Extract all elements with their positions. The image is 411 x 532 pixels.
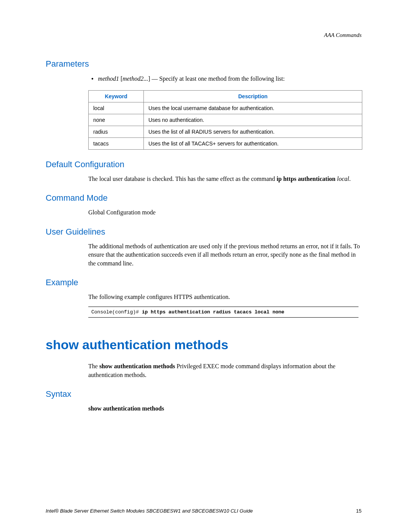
page-footer: Intel® Blade Server Ethernet Switch Modu… [46,508,362,514]
cell-description: Uses the list of all RADIUS servers for … [144,126,362,138]
heading-example: Example [46,278,362,288]
cell-keyword: radius [89,126,144,138]
heading-user-guidelines: User Guidelines [46,227,362,237]
bullet-rest: — Specify at least one method from the f… [151,75,285,82]
cell-description: Uses the list of all TACACS+ servers for… [144,138,362,150]
parameters-table: Keyword Description local Uses the local… [88,90,362,150]
cell-description: Uses the local username database for aut… [144,102,362,114]
page-container: AAA Commands Parameters • method1 [[meth… [0,0,411,532]
heading-show-auth-methods: show authentication methods [46,337,362,352]
bullet-dot-icon: • [91,75,94,82]
code-prompt: Console(config)# [91,309,142,315]
default-config-text: The local user database is checked. This… [88,175,362,183]
table-row: local Uses the local username database f… [89,102,362,114]
table-header-row: Keyword Description [89,91,362,102]
user-guidelines-text: The additional methods of authentication… [88,242,362,268]
method2-bracket: [[method2...]method2...] [121,75,152,82]
show-auth-description: The show authentication methods Privileg… [88,362,362,379]
heading-command-mode: Command Mode [46,193,362,203]
cell-description: Uses no authentication. [144,114,362,126]
heading-parameters: Parameters [46,59,362,69]
cell-keyword: local [89,102,144,114]
col-header-keyword: Keyword [89,91,144,102]
syntax-text: show authentication methods [88,404,362,413]
parameters-bullet: • method1 [[method2...]method2...] — Spe… [91,74,362,83]
cell-keyword: tacacs [89,138,144,150]
heading-default-config: Default Configuration [46,160,362,169]
cell-keyword: none [89,114,144,126]
example-intro: The following example configures HTTPS a… [88,293,362,301]
col-header-description: Description [144,91,362,102]
footer-guide-title: Intel® Blade Server Ethernet Switch Modu… [46,508,253,514]
code-command: ip https authentication radius tacacs lo… [142,309,284,315]
footer-page-number: 15 [356,508,362,514]
example-code-block: Console(config)# ip https authentication… [88,307,358,318]
command-mode-text: Global Configuration mode [88,208,362,217]
table-row: radius Uses the list of all RADIUS serve… [89,126,362,138]
heading-syntax: Syntax [46,389,362,399]
method1-text: method1 [98,75,119,82]
header-chapter-name: AAA Commands [46,32,362,38]
table-row: tacacs Uses the list of all TACACS+ serv… [89,138,362,150]
table-row: none Uses no authentication. [89,114,362,126]
